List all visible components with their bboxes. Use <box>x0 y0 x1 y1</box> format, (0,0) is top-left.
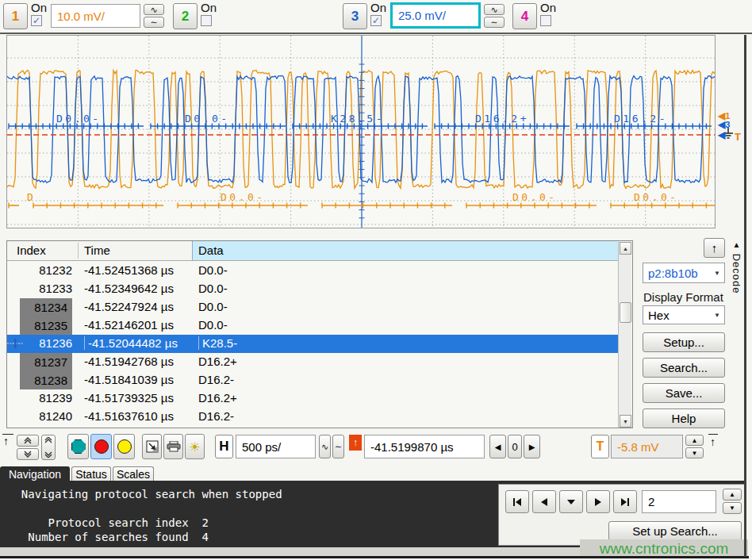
cell-index: 81239 <box>26 391 72 405</box>
tab-status[interactable]: Status <box>71 466 111 481</box>
brightness-button[interactable]: ☀ <box>185 434 205 459</box>
position-left-button[interactable]: ◀ <box>489 435 506 458</box>
channel-1-scale-up-icon[interactable]: ∿ <box>144 4 164 15</box>
table-scrollbar[interactable]: ▲ ▼ <box>618 242 631 428</box>
scroll-down-icon[interactable]: ▼ <box>620 415 631 428</box>
panel-collapse-up-icon[interactable]: ↑ <box>704 238 725 258</box>
search-current-button[interactable] <box>559 490 583 513</box>
trigger-level-field[interactable]: -5.8 mV <box>611 435 683 458</box>
timebase-zoom-in-icon[interactable]: ∿ <box>319 435 331 458</box>
channel-1-on-checkbox[interactable]: ✓ <box>31 15 42 26</box>
display-format-select[interactable]: Hex▼ <box>643 305 725 324</box>
column-header-index[interactable]: Index <box>17 244 46 257</box>
timebase-zoom-out-icon[interactable]: ∼ <box>332 435 344 458</box>
run-button[interactable] <box>67 434 89 459</box>
search-index-field[interactable]: 2 <box>642 490 716 513</box>
search-button[interactable]: Search... <box>643 358 725 378</box>
column-header-data[interactable]: Data <box>198 244 224 257</box>
cell-time: -41.51942768 µs <box>84 355 174 368</box>
channel-2-button[interactable]: 2 <box>173 3 198 29</box>
channel-4-on-checkbox[interactable]: ✓ <box>540 15 551 26</box>
resize-display-button[interactable] <box>142 434 162 459</box>
decode-label-blue: K28.5- <box>331 113 385 125</box>
channel-3-on-checkbox[interactable]: ✓ <box>370 15 382 26</box>
table-row[interactable]: 81239-41.51739325 µsD16.2+ <box>7 389 620 408</box>
tab-navigation[interactable]: Navigation <box>0 466 70 481</box>
cell-time: -41.51637610 µs <box>84 409 174 423</box>
cell-data: D0.0- <box>198 300 228 313</box>
table-row[interactable]: 81236-41.52044482 µsK28.5- <box>7 335 620 353</box>
level-down-spinner[interactable]: ▼ <box>685 447 704 458</box>
level-up-spinner[interactable]: ▲ <box>685 435 704 446</box>
channel-toolbar: 1 On ✓ 10.0 mV/ ∿ ∼ 2 On ✓ 3 On ✓ 25.0 m… <box>0 0 752 34</box>
column-header-time[interactable]: Time <box>84 244 110 257</box>
position-zero-button[interactable]: 0 <box>508 435 522 458</box>
oscilloscope-window: 1 On ✓ 10.0 mV/ ∿ ∼ 2 On ✓ 3 On ✓ 25.0 m… <box>0 0 752 560</box>
search-next-button[interactable] <box>586 490 610 513</box>
channel-2-on-checkbox[interactable]: ✓ <box>201 15 212 26</box>
search-index-up-spinner[interactable]: ▲ <box>723 489 742 501</box>
cell-data: K28.5- <box>198 336 237 350</box>
cell-index: 81232 <box>26 263 72 277</box>
decode-side-arrow-icon: ▲ <box>732 240 741 250</box>
horizontal-position-field[interactable]: -41.5199870 µs <box>364 435 485 458</box>
decode-label-blue: D0.0- <box>185 113 230 125</box>
decode-listing-table[interactable]: Index Time Data 81232-41.52451368 µsD0.0… <box>6 240 633 428</box>
cell-index: 81238 <box>20 371 72 389</box>
trigger-level-marker-icon[interactable]: ◀ <box>718 129 725 140</box>
waveform-display[interactable]: D0.0-D0.0-K28.5-D16.2+D16.2-DD0.0-D0.0-D… <box>6 35 716 228</box>
channel-1-button[interactable]: 1 <box>3 3 28 29</box>
horizontal-menu-button[interactable]: H <box>215 435 233 458</box>
pan-up-button[interactable] <box>17 435 39 447</box>
channel-3-button[interactable]: 3 <box>343 3 367 29</box>
trigger-menu-button[interactable]: T <box>591 435 609 458</box>
trigger-marker-label: T <box>735 131 741 143</box>
decode-label-blue: D0.0- <box>56 113 102 125</box>
trigger-position-icon[interactable]: ↑ <box>349 435 362 451</box>
position-right-button[interactable]: ▶ <box>524 435 540 458</box>
pan-down-button[interactable] <box>17 448 39 460</box>
print-button[interactable] <box>163 434 183 459</box>
channel-1-scale-field[interactable]: 10.0 mV/ <box>51 4 140 28</box>
table-row[interactable]: 81234-41.52247924 µsD0.0- <box>7 298 620 316</box>
scroll-up-icon[interactable]: ▲ <box>620 242 631 255</box>
stop-button[interactable] <box>90 434 112 459</box>
cell-index: 81236 <box>26 336 72 350</box>
cell-data: D16.2- <box>198 409 234 423</box>
scrollbar-thumb[interactable] <box>620 302 631 323</box>
cell-time: -41.51841039 µs <box>84 373 174 386</box>
setup-button[interactable]: Setup... <box>643 332 725 352</box>
decode-label-blue: D16.2+ <box>475 113 529 125</box>
single-button[interactable] <box>113 434 135 459</box>
decode-bus-select[interactable]: p2:8b10b▼ <box>643 263 725 283</box>
status-text: Navigating protocol search when stopped … <box>8 487 282 544</box>
search-index-down-spinner[interactable]: ▼ <box>723 502 742 514</box>
table-row[interactable]: 81240-41.51637610 µsD16.2- <box>7 408 620 426</box>
search-last-button[interactable] <box>613 490 637 513</box>
channel-3-scale-down-icon[interactable]: ∼ <box>484 17 505 28</box>
decode-label-orange: D0.0- <box>221 191 266 203</box>
decode-side-tab[interactable]: ▲ Decode <box>731 240 742 293</box>
timebase-field[interactable]: 500 ps/ <box>236 435 316 458</box>
cell-index: 81240 <box>26 409 72 423</box>
table-row[interactable]: 81237-41.51942768 µsD16.2+ <box>7 353 620 371</box>
printer-icon <box>167 441 181 452</box>
horizontal-toolbar: ↑ ☀ H 500 ps/ ∿ ∼ ↑ -41.5199870 µs ◀ 0 ▶… <box>0 432 752 465</box>
marker-arrow-icon: ↑ <box>3 435 9 447</box>
help-button[interactable]: Help <box>643 408 725 428</box>
table-row[interactable]: 81233-41.52349642 µsD0.0- <box>7 280 620 298</box>
display-format-label: Display Format <box>643 290 723 304</box>
search-first-button[interactable] <box>505 490 529 513</box>
channel-3-scale-up-icon[interactable]: ∿ <box>484 4 505 15</box>
channel-1-scale-down-icon[interactable]: ∼ <box>144 17 164 28</box>
save-button[interactable]: Save... <box>643 383 725 403</box>
tab-scales[interactable]: Scales <box>113 466 154 481</box>
setup-search-button[interactable]: Set up Search... <box>608 521 742 541</box>
channel-4-button[interactable]: 4 <box>512 3 537 29</box>
table-row[interactable]: 81238-41.51841039 µsD16.2- <box>7 371 620 389</box>
table-row[interactable]: 81235-41.52146201 µsD0.0- <box>7 316 620 335</box>
table-row[interactable]: 81232-41.52451368 µsD0.0- <box>7 262 620 280</box>
channel-3-scale-field[interactable]: 25.0 mV/ <box>390 2 481 29</box>
zoom-vertical-button[interactable] <box>41 435 56 460</box>
search-prev-button[interactable] <box>532 490 556 513</box>
